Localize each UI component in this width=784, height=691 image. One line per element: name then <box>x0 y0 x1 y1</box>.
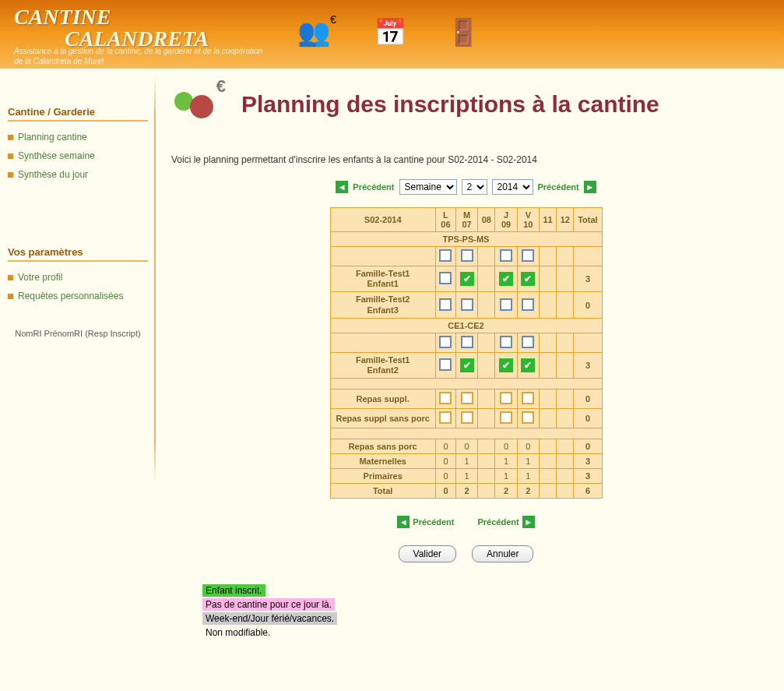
select-all-checkbox[interactable] <box>522 249 534 262</box>
legend-nocantine: Pas de cantine pour ce jour là. <box>202 598 335 611</box>
class-header: TPS-PS-MS <box>330 232 602 247</box>
checkbox[interactable] <box>439 411 452 424</box>
users-euro-icon[interactable]: 👥€ <box>296 9 338 55</box>
sidebar-current-user: NomRI PrénomRI (Resp Inscript) <box>6 329 149 338</box>
app-title: CANTINECALANDRETA <box>14 6 209 50</box>
class-header: CE1-CE2 <box>330 318 602 333</box>
sidebar-item-synth-week[interactable]: Synthèse semaine <box>6 146 149 165</box>
week-label: S02-2014 <box>330 208 435 232</box>
sidebar: Cantine / Garderie Planning cantine Synt… <box>0 69 156 691</box>
checkbox[interactable] <box>500 392 512 404</box>
validate-button[interactable]: Valider <box>399 545 456 562</box>
student-row: Famille-Test2Enfant30 <box>330 292 602 318</box>
count-row: Primaires01113 <box>330 469 602 484</box>
main: € Planning des inscriptions à la cantine… <box>156 69 784 691</box>
cancel-button[interactable]: Annuler <box>472 545 533 562</box>
period-pager: ◄ Précédent Semaine 2 2014 Précédent ► <box>171 179 761 195</box>
checkbox-checked[interactable]: ✔ <box>460 272 474 286</box>
count-row: Repas sans porc00000 <box>330 439 602 454</box>
prev-label[interactable]: Précédent <box>353 182 394 192</box>
week-select[interactable]: 2 <box>462 179 487 195</box>
checkbox[interactable] <box>522 411 534 424</box>
checkbox[interactable] <box>439 272 452 284</box>
legend-registered: Enfant inscrit. <box>202 584 265 597</box>
count-row: Maternelles01113 <box>330 454 602 469</box>
select-all-checkbox[interactable] <box>461 336 473 348</box>
checkbox-checked[interactable]: ✔ <box>499 358 513 372</box>
period-type-select[interactable]: Semaine <box>399 179 457 195</box>
select-all-checkbox[interactable] <box>461 249 473 262</box>
checkbox[interactable] <box>439 358 452 371</box>
legend-readonly: Non modifiable. <box>202 626 273 639</box>
exit-icon[interactable]: 🚪 <box>442 9 484 55</box>
select-all-checkbox[interactable] <box>522 336 534 348</box>
year-select[interactable]: 2014 <box>492 179 533 195</box>
sidebar-section-cantine: Cantine / Garderie <box>8 106 148 122</box>
header: CANTINECALANDRETA Assistance à la gestio… <box>0 0 784 69</box>
next-arrow-icon[interactable]: ► <box>584 181 596 193</box>
student-row: Famille-Test1Enfant2✔✔✔3 <box>330 352 602 378</box>
checkbox-checked[interactable]: ✔ <box>521 358 535 372</box>
checkbox[interactable] <box>522 298 534 311</box>
header-row: S02-2014 L06M0708 J09V101112 Total <box>330 208 602 232</box>
page-intro: Voici le planning permettant d'inscrire … <box>171 154 761 165</box>
grand-total-row: Total 0 2 2 2 6 <box>330 484 602 499</box>
suppl-row: Repas suppl.0 <box>330 390 602 409</box>
checkbox[interactable] <box>461 411 473 424</box>
checkbox[interactable] <box>439 392 452 404</box>
checkbox[interactable] <box>461 298 473 311</box>
legend-closed: Week-end/Jour férié/vacances. <box>202 612 337 625</box>
sidebar-item-queries[interactable]: Requêtes personnalisées <box>6 287 149 305</box>
planning-table: S02-2014 L06M0708 J09V101112 Total TPS-P… <box>330 207 603 499</box>
suppl-row: Repas suppl sans porc0 <box>330 409 602 428</box>
sidebar-item-profile[interactable]: Votre profil <box>6 268 149 287</box>
checkbox-checked[interactable]: ✔ <box>521 272 535 286</box>
sidebar-item-synth-day[interactable]: Synthèse du jour <box>6 165 149 184</box>
prev-link[interactable]: ◄Précédent <box>397 516 454 528</box>
next-link[interactable]: Précédent► <box>478 516 535 528</box>
sidebar-section-params: Vos paramètres <box>8 246 148 262</box>
checkbox[interactable] <box>500 298 512 311</box>
app-subtitle: Assistance à la gestion de la cantine, d… <box>14 47 263 66</box>
legend: Enfant inscrit. Pas de cantine pour ce j… <box>202 584 761 640</box>
bottom-pager: ◄Précédent Précédent► <box>171 516 761 528</box>
page-title: Planning des inscriptions à la cantine <box>241 91 659 118</box>
select-all-checkbox[interactable] <box>439 249 452 262</box>
total-header: Total <box>574 208 602 232</box>
checkbox[interactable] <box>461 392 473 404</box>
student-row: Famille-Test1Enfant1✔✔✔3 <box>330 266 602 292</box>
sidebar-item-planning[interactable]: Planning cantine <box>6 128 149 146</box>
next-arrow-icon: ► <box>522 516 535 528</box>
select-all-checkbox[interactable] <box>500 249 512 262</box>
users-euro-icon: € <box>171 81 223 128</box>
header-toolbar: 👥€ 📅 🚪 <box>296 9 484 55</box>
checkbox[interactable] <box>522 392 534 404</box>
checkbox-checked[interactable]: ✔ <box>460 358 474 372</box>
checkbox[interactable] <box>439 298 452 311</box>
calendar-icon[interactable]: 📅 <box>369 9 411 55</box>
prev-arrow-icon: ◄ <box>397 516 410 528</box>
prev-arrow-icon[interactable]: ◄ <box>336 181 348 193</box>
select-all-checkbox[interactable] <box>500 336 512 348</box>
checkbox[interactable] <box>500 411 512 424</box>
select-all-checkbox[interactable] <box>439 336 452 348</box>
checkbox-checked[interactable]: ✔ <box>499 272 513 286</box>
next-label[interactable]: Précédent <box>538 182 579 192</box>
